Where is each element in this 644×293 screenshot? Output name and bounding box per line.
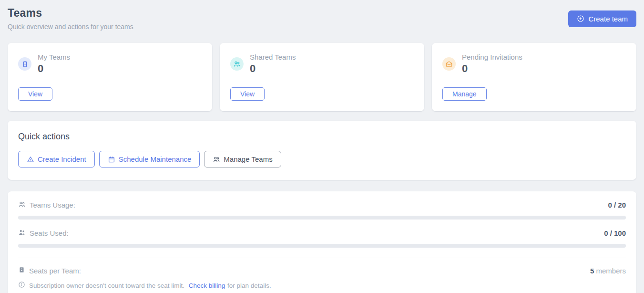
teams-usage-value: 0 / 20 <box>608 201 626 209</box>
schedule-maintenance-button[interactable]: Schedule Maintenance <box>99 151 200 167</box>
quick-actions-panel: Quick actions Create Incident Schedule M… <box>8 121 636 180</box>
badge-icon <box>18 266 25 275</box>
seats-used-progressbar <box>18 244 626 248</box>
stat-cards: My Teams 0 View Shared Teams 0 View Pend… <box>8 43 636 111</box>
seats-used-label: Seats Used: <box>30 229 69 237</box>
manage-invitations-button[interactable]: Manage <box>442 87 487 101</box>
card-label: My Teams <box>38 53 70 61</box>
create-team-label: Create team <box>588 15 628 23</box>
seats-used-value: 0 / 100 <box>604 229 626 237</box>
card-my-teams: My Teams 0 View <box>8 43 212 111</box>
create-incident-button[interactable]: Create Incident <box>18 151 95 167</box>
view-my-teams-button[interactable]: View <box>18 87 52 101</box>
badge-icon <box>18 57 31 71</box>
usage-divider <box>18 258 626 258</box>
note-text-before: Subscription owner doesn't count toward … <box>29 282 184 289</box>
manage-teams-button[interactable]: Manage Teams <box>204 151 281 167</box>
seats-per-team-label: Seats per Team: <box>29 267 81 275</box>
seats-per-team-value: 5 members <box>590 267 626 275</box>
card-label: Pending Invitations <box>462 53 522 61</box>
seats-per-team-row: Seats per Team: 5 members <box>18 266 626 275</box>
warning-triangle-icon <box>27 156 34 163</box>
page-subtitle: Quick overview and actions for your team… <box>8 23 133 31</box>
users-outline-icon <box>18 200 26 209</box>
page-header: Teams Quick overview and actions for you… <box>8 7 636 31</box>
teams-usage-row: Teams Usage: 0 / 20 <box>18 200 626 220</box>
info-circle-icon <box>18 281 25 290</box>
card-value: 0 <box>38 63 70 75</box>
page-heading-block: Teams Quick overview and actions for you… <box>8 7 133 31</box>
users-icon <box>213 156 220 163</box>
check-billing-link[interactable]: Check billing <box>189 282 225 289</box>
view-shared-teams-button[interactable]: View <box>230 87 265 101</box>
teams-usage-label: Teams Usage: <box>30 201 75 209</box>
calendar-icon <box>108 156 115 163</box>
note-text-after: for plan details. <box>227 282 271 289</box>
card-label: Shared Teams <box>250 53 296 61</box>
card-pending-invitations: Pending Invitations 0 Manage <box>432 43 636 111</box>
users-filled-icon <box>18 229 26 238</box>
seats-per-team-unit: members <box>596 267 626 275</box>
page-title: Teams <box>8 7 133 20</box>
quick-actions-title: Quick actions <box>18 132 626 142</box>
plus-circle-icon <box>577 15 584 22</box>
card-value: 0 <box>462 63 522 75</box>
seat-limit-note: Subscription owner doesn't count toward … <box>18 281 626 290</box>
teams-usage-progressbar <box>18 216 626 220</box>
card-value: 0 <box>250 63 296 75</box>
mail-open-icon <box>442 57 456 71</box>
seats-used-row: Seats Used: 0 / 100 <box>18 229 626 248</box>
usage-panel: Teams Usage: 0 / 20 Seats Used: 0 / 100 … <box>8 191 636 293</box>
create-team-button[interactable]: Create team <box>568 10 636 27</box>
card-shared-teams: Shared Teams 0 View <box>220 43 424 111</box>
users-icon <box>230 57 244 71</box>
